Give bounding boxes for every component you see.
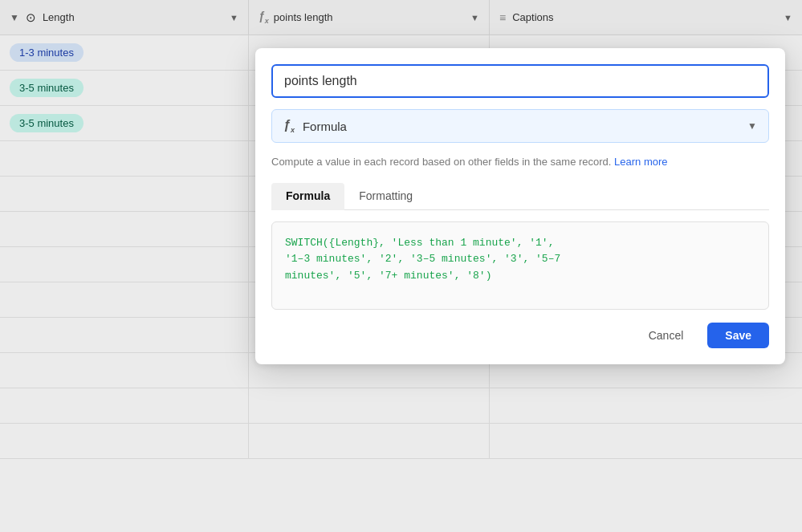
field-editor-modal: ƒx Formula ▼ Compute a value in each rec… [255, 48, 785, 364]
field-description: Compute a value in each record based on … [271, 154, 769, 170]
tab-formatting[interactable]: Formatting [344, 183, 427, 210]
save-button[interactable]: Save [707, 323, 769, 348]
description-text: Compute a value in each record based on … [271, 156, 611, 168]
formula-code-area[interactable]: SWITCH({Length}, 'Less than 1 minute', '… [271, 221, 769, 310]
tab-formula-label: Formula [286, 189, 330, 202]
type-selector-label: Formula [303, 120, 747, 133]
cancel-button[interactable]: Cancel [633, 323, 700, 348]
tab-formatting-label: Formatting [359, 189, 413, 202]
modal-footer: Cancel Save [271, 323, 769, 348]
tabs-container: Formula Formatting [271, 183, 769, 210]
tab-formula[interactable]: Formula [271, 183, 344, 210]
field-name-input[interactable] [271, 64, 769, 98]
learn-more-link[interactable]: Learn more [614, 156, 667, 168]
type-selector[interactable]: ƒx Formula ▼ [271, 109, 769, 143]
type-chevron-icon: ▼ [747, 120, 757, 132]
type-fx-icon: ƒx [283, 118, 295, 134]
